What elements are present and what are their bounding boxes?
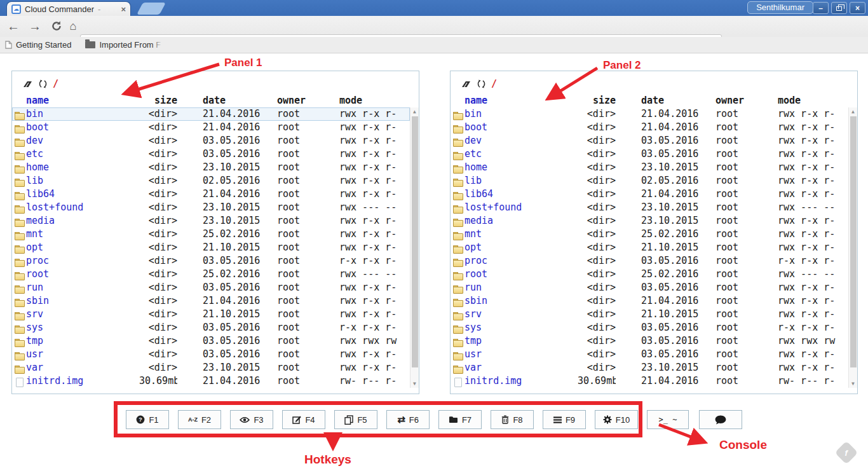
file-row[interactable]: proc<dir>03.05.2016rootr-x r-x r- bbox=[451, 254, 848, 268]
file-row[interactable]: home<dir>23.10.2015rootrwx r-x r- bbox=[451, 161, 848, 174]
file-row[interactable]: sbin<dir>21.04.2016rootrwx r-x r- bbox=[451, 294, 848, 308]
file-row[interactable]: initrd.img30.69mb21.04.2016rootrw- r-- r… bbox=[12, 374, 410, 388]
scroll-down-icon[interactable]: ▼ bbox=[849, 380, 857, 388]
file-size: <dir> bbox=[139, 294, 177, 308]
hotkey-f7-newfolder-button[interactable]: F7 bbox=[438, 410, 482, 429]
hotkey-f1-help-button[interactable]: ? F1 bbox=[126, 410, 169, 429]
bookmark-imported-folder[interactable]: Imported From F bbox=[85, 40, 161, 50]
file-row[interactable]: tmp<dir>03.05.2016rootrwx rwx rw bbox=[451, 334, 848, 348]
file-row[interactable]: dev<dir>03.05.2016rootrwx r-x r- bbox=[12, 134, 410, 147]
file-row[interactable]: boot<dir>21.04.2016rootrwx r-x r- bbox=[12, 121, 410, 134]
hotkey-f4-edit-button[interactable]: F4 bbox=[282, 410, 325, 429]
bookmark-getting-started[interactable]: Getting Started bbox=[5, 40, 71, 50]
column-header-date[interactable]: date bbox=[203, 94, 266, 107]
file-row[interactable]: lost+found<dir>23.10.2015rootrwx --- -- bbox=[12, 201, 410, 214]
panel-scrollbar[interactable]: ▲ ▼ bbox=[848, 107, 857, 388]
file-row[interactable]: etc<dir>03.05.2016rootrwx r-x r- bbox=[451, 147, 848, 161]
folder-icon bbox=[453, 281, 463, 294]
file-row[interactable]: run<dir>03.05.2016rootrwx r-x r- bbox=[451, 281, 848, 294]
hotkey-f9-menu-button[interactable]: F9 bbox=[543, 410, 586, 429]
folder-icon bbox=[453, 361, 463, 374]
browser-titlebar: ☁ Cloud Commander - × Senthilkumar – × bbox=[0, 0, 868, 16]
file-row[interactable]: sys<dir>03.05.2016rootr-x r-x r- bbox=[451, 321, 848, 334]
clear-eraser-icon[interactable] bbox=[461, 80, 471, 88]
file-row[interactable]: lib<dir>02.05.2016rootrwx r-x r- bbox=[451, 174, 848, 188]
file-row[interactable]: boot<dir>21.04.2016rootrwx r-x r- bbox=[451, 121, 848, 134]
column-header-date[interactable]: date bbox=[641, 94, 705, 107]
file-row[interactable]: usr<dir>03.05.2016rootrwx r-x r- bbox=[12, 348, 410, 361]
home-button[interactable]: ⌂ bbox=[65, 18, 81, 34]
close-button[interactable]: × bbox=[850, 2, 865, 14]
refresh-icon[interactable] bbox=[39, 79, 47, 88]
forward-button[interactable]: → bbox=[27, 18, 43, 34]
restore-button[interactable] bbox=[831, 2, 847, 14]
column-header-owner[interactable]: owner bbox=[715, 94, 766, 107]
chat-button[interactable] bbox=[699, 410, 742, 429]
new-tab-button[interactable] bbox=[137, 3, 166, 15]
current-path-link[interactable]: / bbox=[53, 79, 58, 88]
file-row[interactable]: lib64<dir>21.04.2016rootrwx r-x r- bbox=[12, 188, 410, 201]
file-row[interactable]: root<dir>25.02.2016rootrwx --- -- bbox=[12, 268, 410, 281]
column-header-owner[interactable]: owner bbox=[277, 94, 328, 107]
file-row[interactable]: srv<dir>21.10.2015rootrwx r-x r- bbox=[451, 308, 848, 321]
file-row[interactable]: run<dir>03.05.2016rootrwx r-x r- bbox=[12, 281, 410, 294]
browser-tab[interactable]: ☁ Cloud Commander - × bbox=[6, 1, 131, 16]
file-name: tmp bbox=[26, 334, 139, 348]
file-row[interactable]: opt<dir>21.10.2015rootrwx r-x r- bbox=[451, 241, 848, 254]
file-size: <dir> bbox=[139, 161, 177, 174]
hotkey-f5-copy-button[interactable]: F5 bbox=[334, 410, 377, 429]
file-row[interactable]: lost+found<dir>23.10.2015rootrwx --- -- bbox=[451, 201, 848, 214]
file-row[interactable]: srv<dir>21.10.2015rootrwx r-x r- bbox=[12, 308, 410, 321]
file-row[interactable]: var<dir>23.10.2015rootrwx r-x r- bbox=[12, 361, 410, 374]
hotkey-f8-delete-button[interactable]: F8 bbox=[491, 410, 534, 429]
current-path-link[interactable]: / bbox=[491, 79, 497, 88]
file-row[interactable]: media<dir>23.10.2015rootrwx r-x r- bbox=[451, 214, 848, 228]
hotkey-f2-rename-button[interactable]: A-Z F2 bbox=[178, 410, 221, 429]
file-row[interactable]: opt<dir>21.10.2015rootrwx r-x r- bbox=[12, 241, 410, 254]
feedly-mini-icon[interactable]: f bbox=[835, 441, 858, 465]
file-row[interactable]: mnt<dir>25.02.2016rootrwx r-x r- bbox=[451, 228, 848, 241]
file-row[interactable]: root<dir>25.02.2016rootrwx --- -- bbox=[451, 268, 848, 281]
column-header-size[interactable]: size bbox=[578, 94, 616, 107]
scroll-up-icon[interactable]: ▲ bbox=[410, 107, 419, 116]
file-row[interactable]: home<dir>23.10.2015rootrwx r-x r- bbox=[12, 161, 410, 174]
panel-scrollbar[interactable]: ▲ ▼ bbox=[410, 107, 419, 388]
file-row[interactable]: sys<dir>03.05.2016rootr-x r-x r- bbox=[12, 321, 410, 334]
file-row[interactable]: mnt<dir>25.02.2016rootrwx r-x r- bbox=[12, 228, 410, 241]
folder-icon bbox=[15, 147, 24, 161]
column-header-mode[interactable]: mode bbox=[339, 94, 410, 107]
hotkey-f6-move-button[interactable]: ⇄ F6 bbox=[386, 410, 430, 429]
minimize-button[interactable]: – bbox=[813, 2, 829, 14]
file-row[interactable]: bin<dir>21.04.2016rootrwx r-x r- bbox=[12, 107, 410, 121]
file-owner: root bbox=[715, 374, 766, 388]
scroll-up-icon[interactable]: ▲ bbox=[849, 107, 857, 116]
column-header-mode[interactable]: mode bbox=[778, 94, 848, 107]
tab-close-icon[interactable]: × bbox=[121, 4, 126, 14]
hotkey-f3-view-button[interactable]: F3 bbox=[230, 410, 273, 429]
scrollbar-thumb[interactable] bbox=[850, 116, 857, 367]
reload-button[interactable] bbox=[48, 18, 65, 34]
file-row[interactable]: etc<dir>03.05.2016rootrwx r-x r- bbox=[12, 147, 410, 161]
file-row[interactable]: proc<dir>03.05.2016rootr-x r-x r- bbox=[12, 254, 410, 268]
column-header-name[interactable]: name bbox=[26, 94, 139, 107]
column-header-name[interactable]: name bbox=[465, 94, 578, 107]
file-row[interactable]: lib64<dir>21.04.2016rootrwx r-x r- bbox=[451, 188, 848, 201]
column-header-size[interactable]: size bbox=[139, 94, 177, 107]
scroll-down-icon[interactable]: ▼ bbox=[410, 380, 419, 388]
console-button[interactable]: >_ ~ bbox=[647, 410, 689, 429]
file-row[interactable]: sbin<dir>21.04.2016rootrwx r-x r- bbox=[12, 294, 410, 308]
back-button[interactable]: ← bbox=[5, 18, 22, 34]
file-row[interactable]: var<dir>23.10.2015rootrwx r-x r- bbox=[451, 361, 848, 374]
file-row[interactable]: dev<dir>03.05.2016rootrwx r-x r- bbox=[451, 134, 848, 147]
scrollbar-thumb[interactable] bbox=[412, 116, 418, 367]
file-row[interactable]: tmp<dir>03.05.2016rootrwx rwx rw bbox=[12, 334, 410, 348]
file-row[interactable]: lib<dir>02.05.2016rootrwx r-x r- bbox=[12, 174, 410, 188]
refresh-icon[interactable] bbox=[477, 79, 485, 88]
file-size: <dir> bbox=[578, 241, 616, 254]
hotkey-f10-config-button[interactable]: F10 bbox=[595, 410, 638, 429]
clear-eraser-icon[interactable] bbox=[22, 80, 33, 88]
file-row[interactable]: usr<dir>03.05.2016rootrwx r-x r- bbox=[451, 348, 848, 361]
file-row[interactable]: media<dir>23.10.2015rootrwx r-x r- bbox=[12, 214, 410, 228]
file-row[interactable]: bin<dir>21.04.2016rootrwx r-x r- bbox=[451, 107, 848, 121]
file-row[interactable]: initrd.img30.69mb21.04.2016rootrw- r-- r… bbox=[451, 374, 848, 388]
